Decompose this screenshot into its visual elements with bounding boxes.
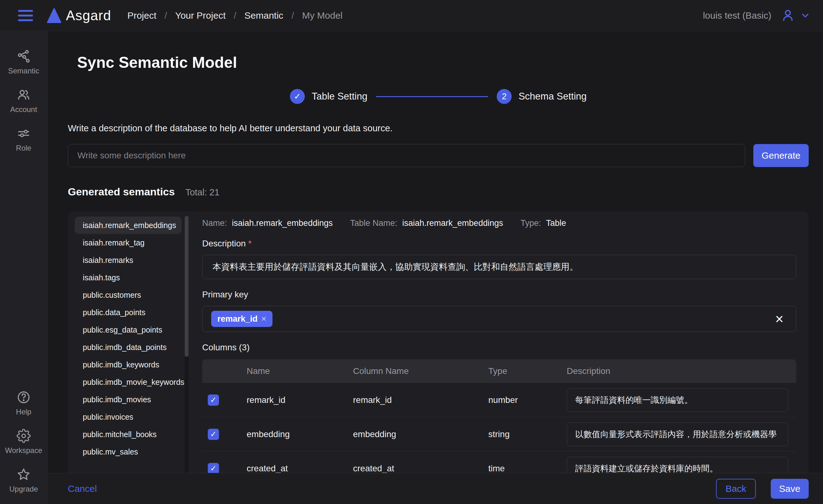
list-item[interactable]: public.customers [74, 286, 182, 304]
row-checkbox[interactable]: ✓ [208, 463, 219, 473]
chip-close-icon[interactable]: × [261, 315, 266, 323]
table-row: ✓ remark_id remark_id number 每筆評語資料的唯一識別… [202, 383, 796, 417]
list-item[interactable]: public.imdb_data_points [74, 338, 182, 356]
list-item[interactable]: isaiah.remark_tag [74, 234, 182, 251]
breadcrumb: Project / Your Project / Semantic / My M… [127, 10, 342, 21]
type-value: Table [546, 218, 566, 228]
primary-key-chip[interactable]: remark_id × [211, 311, 273, 327]
list-item[interactable]: public.data_points [74, 304, 182, 321]
topbar-right: louis test (Basic) [703, 8, 811, 23]
list-item[interactable]: isaiah.remarks [74, 251, 182, 269]
table-name-value: isaiah.remark_embeddings [402, 218, 503, 228]
cell-name: created_at [246, 464, 353, 473]
gear-icon [16, 429, 31, 443]
list-item[interactable]: public.mv_sales [74, 443, 182, 461]
table-description-input[interactable]: 本資料表主要用於儲存評語資料及其向量嵌入，協助實現資料查詢、比對和自然語言處理應… [202, 255, 796, 279]
cell-column-name: embedding [353, 429, 488, 439]
user-avatar-icon[interactable] [781, 8, 795, 23]
step-label: Table Setting [312, 91, 367, 102]
name-value: isaiah.remark_embeddings [232, 218, 333, 228]
breadcrumb-project[interactable]: Project [127, 10, 156, 21]
sidebar-bottom: Help Workspace Upgrade [5, 390, 42, 493]
column-header-name: Name [246, 366, 353, 376]
menu-icon[interactable] [18, 10, 33, 21]
list-item[interactable]: public.imdb_movies [74, 391, 182, 408]
list-item[interactable]: public.esg_data_points [74, 321, 182, 338]
row-checkbox[interactable]: ✓ [208, 429, 219, 440]
top-bar: Asgard Project / Your Project / Semantic… [0, 0, 823, 31]
list-item[interactable]: public.imdb_movie_keywords [74, 373, 182, 391]
table-detail: Name: isaiah.remark_embeddings Table Nam… [190, 211, 809, 473]
cell-name: embedding [246, 429, 353, 439]
db-description-prompt: Write a description of the database to h… [68, 123, 809, 134]
cell-type: time [488, 464, 567, 473]
column-header-description: Description [567, 366, 796, 376]
required-marker: * [248, 238, 252, 248]
cell-type: string [488, 429, 567, 439]
list-scrollbar[interactable] [185, 216, 188, 473]
generated-semantics-total: Total: 21 [185, 187, 219, 197]
table-row: ✓ created_at created_at time 評語資料建立或儲存於資… [202, 452, 796, 473]
description-label: Description* [202, 238, 796, 248]
main-content: Sync Semantic Model ✓ Table Setting 2 Sc… [47, 31, 823, 473]
account-people-icon [16, 88, 31, 102]
star-icon [16, 467, 31, 482]
stepper: ✓ Table Setting 2 Schema Setting [68, 89, 809, 104]
db-description-input[interactable] [68, 144, 745, 167]
step-table-setting[interactable]: ✓ Table Setting [290, 89, 367, 104]
breadcrumb-separator: / [233, 10, 236, 21]
brand-name: Asgard [66, 8, 111, 23]
step-check-icon: ✓ [290, 89, 305, 104]
save-button[interactable]: Save [771, 479, 809, 499]
breadcrumb-separator: / [165, 10, 167, 21]
list-item[interactable]: public.invoices [74, 408, 182, 426]
column-header-type: Type [488, 366, 567, 376]
step-number: 2 [497, 89, 512, 104]
side-nav: Semantic Account Role Help [0, 31, 47, 504]
sidebar-item-help[interactable]: Help [16, 390, 31, 416]
row-checkbox[interactable]: ✓ [208, 394, 219, 406]
list-item[interactable]: isaiah.remark_embeddings [74, 216, 182, 234]
breadcrumb-your-project[interactable]: Your Project [175, 10, 225, 21]
primary-key-input[interactable]: remark_id × × [202, 306, 796, 332]
cell-type: number [488, 395, 567, 405]
sidebar-item-workspace[interactable]: Workspace [5, 429, 42, 455]
semantics-card: isaiah.remark_embeddings isaiah.remark_t… [68, 211, 809, 473]
cell-description-input[interactable]: 評語資料建立或儲存於資料庫的時間。 [567, 457, 788, 473]
generated-semantics-title: Generated semantics [68, 186, 175, 198]
table-list: isaiah.remark_embeddings isaiah.remark_t… [68, 211, 190, 473]
column-header-column-name: Column Name [353, 366, 488, 376]
generate-button[interactable]: Generate [753, 144, 809, 167]
generated-semantics-header: Generated semantics Total: 21 [68, 186, 809, 198]
footer-actions: Back Save [716, 479, 809, 499]
sidebar-label: Role [16, 144, 31, 152]
chevron-down-icon[interactable] [800, 10, 811, 21]
stepper-connector [376, 96, 488, 97]
footer-bar: Cancel Back Save [47, 473, 823, 504]
sidebar-label: Upgrade [9, 485, 38, 493]
sidebar-label: Semantic [8, 66, 39, 75]
clear-icon[interactable]: × [775, 312, 784, 326]
sidebar-item-semantic[interactable]: Semantic [8, 49, 39, 75]
table-row: ✓ embedding embedding string 以數值向量形式表示評語… [202, 417, 796, 452]
asgard-logo-icon [46, 7, 62, 24]
type-label: Type: [520, 218, 541, 228]
list-item[interactable]: isaiah.tags [74, 269, 182, 286]
detail-meta: Name: isaiah.remark_embeddings Table Nam… [202, 218, 796, 228]
sidebar-item-role[interactable]: Role [16, 126, 31, 152]
list-item[interactable]: public.imdb_keywords [74, 356, 182, 373]
sidebar-item-upgrade[interactable]: Upgrade [9, 467, 38, 493]
step-schema-setting[interactable]: 2 Schema Setting [497, 89, 587, 104]
semantic-graph-icon [16, 49, 31, 63]
name-label: Name: [202, 218, 227, 228]
breadcrumb-semantic[interactable]: Semantic [244, 10, 283, 21]
table-name-label: Table Name: [350, 218, 397, 228]
cell-description-input[interactable]: 每筆評語資料的唯一識別編號。 [567, 388, 788, 412]
cancel-button[interactable]: Cancel [68, 484, 97, 494]
sidebar-item-account[interactable]: Account [10, 88, 37, 114]
back-button[interactable]: Back [716, 479, 756, 499]
db-description-row: Generate [68, 144, 809, 167]
cell-description-input[interactable]: 以數值向量形式表示評語內容，用於語意分析或機器學 [567, 423, 788, 446]
list-scrollbar-thumb[interactable] [185, 216, 188, 357]
list-item[interactable]: public.mitchell_books [74, 426, 182, 443]
